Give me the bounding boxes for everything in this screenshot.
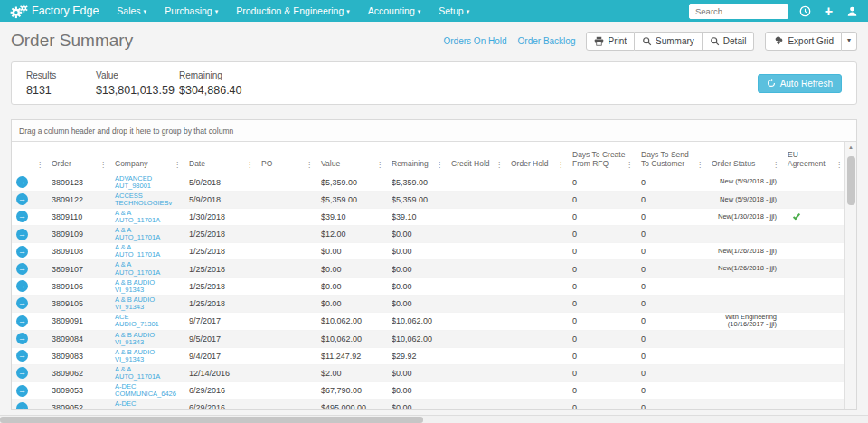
vertical-scrollbar-thumb[interactable] <box>847 156 855 205</box>
open-order-button[interactable]: → <box>16 315 28 327</box>
column-header-status[interactable]: Order Status⋮ <box>706 142 782 174</box>
summary-stats: Results Value Remaining 8131 $13,801,013… <box>26 70 242 97</box>
cell-credit_hold <box>446 260 505 277</box>
column-header-days_send[interactable]: Days To Send To Customer⋮ <box>636 142 706 174</box>
cell-value: $5,359.00 <box>316 191 386 208</box>
clock-icon[interactable] <box>798 5 812 18</box>
column-header-company[interactable]: Company⋮ <box>109 142 184 174</box>
company-link[interactable]: A & A AUTO_11701A <box>115 261 171 276</box>
company-link[interactable]: A & A AUTO_11701A <box>115 244 171 258</box>
nav-menu-purchasing[interactable]: Purchasing▾ <box>165 5 218 16</box>
nav-menu-accounting[interactable]: Accounting▾ <box>368 5 420 16</box>
cell-date: 1/25/2018 <box>184 260 256 277</box>
horizontal-scrollbar-thumb[interactable] <box>0 417 423 423</box>
export-grid-dropdown-button[interactable]: ▾ <box>842 32 857 51</box>
column-menu-icon[interactable]: ⋮ <box>246 162 253 169</box>
company-link[interactable]: A & B AUDIO VI_91343 <box>115 349 171 363</box>
column-menu-icon[interactable]: ⋮ <box>36 162 43 169</box>
cell-status <box>706 277 782 295</box>
company-link[interactable]: A & B AUDIO VI_91343 <box>115 296 171 311</box>
export-grid-button[interactable]: Export Grid <box>765 32 842 51</box>
cell-order_hold <box>505 382 567 400</box>
column-label: PO <box>261 159 272 168</box>
column-header-remaining[interactable]: Remaining⋮ <box>386 142 446 174</box>
cell-company: A & B AUDIO VI_91343 <box>109 295 184 312</box>
column-menu-icon[interactable]: ⋮ <box>376 162 383 169</box>
cell-open: → <box>12 347 46 364</box>
horizontal-scrollbar[interactable] <box>0 415 868 423</box>
company-link[interactable]: A & A AUTO_11701A <box>115 210 171 224</box>
value-label: Value <box>96 70 179 80</box>
search-input[interactable] <box>689 4 788 19</box>
column-header-eu[interactable]: EU Agreement⋮ <box>782 142 845 174</box>
company-link[interactable]: A & A AUTO_11701A <box>115 227 171 241</box>
open-order-button[interactable]: → <box>16 297 28 309</box>
column-header-po[interactable]: PO⋮ <box>256 142 316 174</box>
column-menu-icon[interactable]: ⋮ <box>626 162 633 169</box>
column-menu-icon[interactable]: ⋮ <box>174 162 181 169</box>
column-header-value[interactable]: Value⋮ <box>316 142 386 174</box>
open-order-button[interactable]: → <box>16 176 28 188</box>
nav-menu-setup[interactable]: Setup▾ <box>439 5 469 16</box>
open-order-button[interactable]: → <box>16 246 28 258</box>
column-menu-icon[interactable]: ⋮ <box>436 162 443 169</box>
auto-refresh-button[interactable]: Auto Refresh <box>758 74 842 93</box>
column-menu-icon[interactable]: ⋮ <box>495 162 503 169</box>
order-backlog-link[interactable]: Order Backlog <box>518 36 576 46</box>
cell-remaining: $10,062.00 <box>386 313 446 331</box>
open-order-button[interactable]: → <box>16 280 28 292</box>
column-menu-icon[interactable]: ⋮ <box>835 162 843 169</box>
company-link[interactable]: ADVANCED AUT_98001 <box>115 175 171 190</box>
column-menu-icon[interactable]: ⋮ <box>557 162 564 169</box>
open-order-button[interactable]: → <box>16 350 28 362</box>
column-menu-icon[interactable]: ⋮ <box>772 162 779 169</box>
open-order-button[interactable]: → <box>16 211 28 222</box>
detail-button[interactable]: Detail <box>703 32 755 51</box>
column-header-order[interactable]: Order⋮ <box>46 142 109 174</box>
company-link[interactable]: A-DEC COMMUNICA_6426 <box>115 383 171 398</box>
company-link[interactable]: ACE AUDIO_71301 <box>115 314 171 328</box>
open-order-button[interactable]: → <box>16 402 28 410</box>
cell-order_hold <box>505 208 567 225</box>
print-button[interactable]: Print <box>586 32 635 51</box>
vertical-scrollbar[interactable]: ▲ <box>844 142 856 409</box>
orders-on-hold-link[interactable]: Orders On Hold <box>444 36 507 46</box>
column-header-days_rfq[interactable]: Days To Create From RFQ⋮ <box>567 142 636 174</box>
user-icon[interactable] <box>845 5 859 18</box>
column-menu-icon[interactable]: ⋮ <box>99 162 107 169</box>
cell-days_send: 0 <box>636 364 706 381</box>
grid-row: →3809053A-DEC COMMUNICA_64266/29/2016$67… <box>12 382 845 400</box>
cell-order: 3809107 <box>46 260 109 277</box>
open-order-button[interactable]: → <box>16 193 28 205</box>
scroll-up-arrow[interactable]: ▲ <box>845 142 856 153</box>
company-link[interactable]: ACCESS TECHNOLOGIESv <box>115 193 171 207</box>
cell-eu <box>782 364 845 381</box>
company-link[interactable]: A & B AUDIO VI_91343 <box>115 332 171 346</box>
add-icon[interactable]: + <box>822 5 835 18</box>
cell-status <box>706 347 782 364</box>
cell-po <box>256 364 316 381</box>
column-header-date[interactable]: Date⋮ <box>184 142 256 174</box>
cell-eu <box>782 277 845 295</box>
open-order-button[interactable]: → <box>16 385 28 397</box>
column-header-order_hold[interactable]: Order Hold⋮ <box>505 142 567 174</box>
column-header-credit_hold[interactable]: Credit Hold⋮ <box>446 142 505 174</box>
company-link[interactable]: A-DEC COMMUNICA_6426 <box>115 400 171 410</box>
nav-menu-sales[interactable]: Sales▾ <box>117 5 146 16</box>
column-menu-icon[interactable]: ⋮ <box>306 162 313 169</box>
company-link[interactable]: A & B AUDIO VI_91343 <box>115 279 171 294</box>
app-logo[interactable]: Factory Edge <box>9 4 99 19</box>
open-order-button[interactable]: → <box>16 367 28 379</box>
open-order-button[interactable]: → <box>16 229 28 240</box>
column-menu-icon[interactable]: ⋮ <box>696 162 703 169</box>
nav-menu-production-engineering[interactable]: Production & Engineering▾ <box>236 5 350 16</box>
column-header-expand[interactable]: ⋮ <box>12 142 46 174</box>
cell-company: A & B AUDIO VI_91343 <box>109 277 184 295</box>
company-link[interactable]: A & A AUTO_11701A <box>115 366 171 381</box>
cell-company: ACE AUDIO_71301 <box>109 313 184 331</box>
open-order-button[interactable]: → <box>16 263 28 275</box>
open-order-button[interactable]: → <box>16 333 28 344</box>
column-label: Days To Create From RFQ <box>572 150 625 168</box>
summary-button[interactable]: Summary <box>635 32 703 51</box>
cell-days_rfq: 0 <box>567 226 636 243</box>
